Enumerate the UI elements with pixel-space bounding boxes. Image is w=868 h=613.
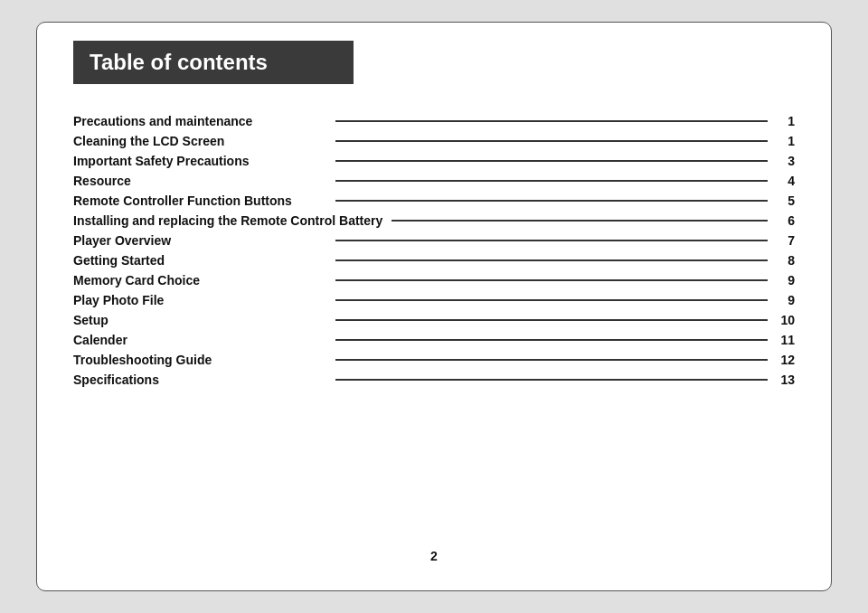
toc-item-label: Play Photo File [73,293,326,307]
toc-item-label: Cleaning the LCD Screen [73,134,326,148]
toc-item-page: 3 [777,154,795,168]
toc-item-label: Troubleshooting Guide [73,353,326,367]
toc-item-dots [335,299,768,301]
toc-item-page: 4 [777,174,795,188]
toc-item: Resource4 [73,171,795,191]
toc-item-label: Setup [73,313,326,327]
toc-item-dots [335,160,768,162]
toc-item-dots [335,319,768,321]
toc-item-page: 6 [777,213,795,228]
toc-item-dots [335,259,768,261]
toc-item-label: Installing and replacing the Remote Cont… [73,213,382,228]
toc-item-page: 10 [777,313,795,327]
toc-item-dots [335,240,768,241]
toc-item: Installing and replacing the Remote Cont… [73,211,795,231]
toc-item: Player Overview7 [73,231,795,250]
toc-item-label: Player Overview [73,233,326,248]
toc-item-dots [335,379,768,381]
toc-item-dots [335,180,768,182]
toc-item: Play Photo File9 [73,290,795,310]
toc-item-label: Memory Card Choice [73,273,326,288]
toc-item-label: Remote Controller Function Buttons [73,193,326,208]
toc-item-page: 8 [777,253,795,268]
toc-item: Important Safety Precautions3 [73,151,795,171]
toc-item-label: Precautions and maintenance [73,114,326,128]
toc-item: Calender11 [73,330,795,350]
toc-item-dots [335,339,768,341]
toc-item: Setup10 [73,310,795,330]
toc-item-page: 13 [777,373,795,387]
toc-item-page: 11 [777,333,795,347]
toc-item-dots [392,220,768,222]
toc-item: Getting Started8 [73,250,795,270]
toc-item: Precautions and maintenance1 [73,111,795,131]
toc-item-dots [335,279,768,281]
toc-item-page: 7 [777,233,795,248]
toc-item: Cleaning the LCD Screen1 [73,131,795,151]
toc-item-label: Resource [73,174,326,188]
toc-item-page: 5 [777,193,795,208]
toc-item-page: 1 [777,114,795,128]
page-container: Table of contents Precautions and mainte… [36,22,832,591]
page-number: 2 [73,549,795,563]
toc-item-dots [335,140,768,142]
toc-item: Specifications13 [73,370,795,390]
toc-item-dots [335,200,768,202]
toc-item: Memory Card Choice9 [73,270,795,290]
toc-item-label: Important Safety Precautions [73,154,326,168]
toc-item: Remote Controller Function Buttons5 [73,191,795,211]
toc-list: Precautions and maintenance1Cleaning the… [73,111,795,540]
toc-item-page: 9 [777,293,795,307]
toc-item-label: Calender [73,333,326,347]
toc-item-page: 9 [777,273,795,288]
toc-item-dots [335,359,768,361]
toc-item-page: 12 [777,353,795,367]
toc-item: Troubleshooting Guide12 [73,350,795,370]
page-title: Table of contents [73,41,354,84]
toc-item-label: Specifications [73,373,326,387]
toc-item-label: Getting Started [73,253,326,268]
toc-item-dots [335,120,768,122]
toc-item-page: 1 [777,134,795,148]
